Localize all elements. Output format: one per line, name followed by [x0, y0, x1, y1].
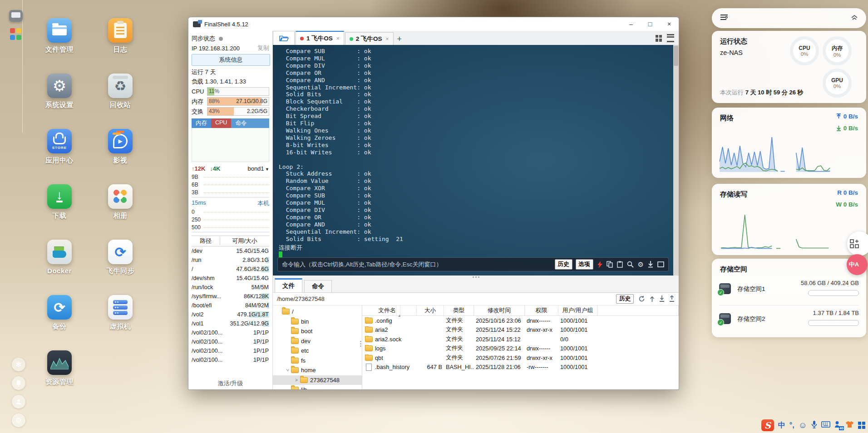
desktop-icon-settings[interactable]: ⚙ 系统设置: [35, 71, 84, 126]
desktop-icon-docker[interactable]: Docker: [35, 237, 84, 292]
session-tab-2[interactable]: 2 飞牛OS ×: [345, 32, 394, 45]
terminal-view[interactable]: Compare SUB : ok Compare MUL : ok Compar…: [273, 45, 679, 276]
tree-item-lib[interactable]: lib: [273, 385, 362, 389]
download-arrow-icon[interactable]: [648, 261, 653, 268]
widget-filter-icon[interactable]: [720, 14, 728, 22]
session-tab-1[interactable]: 1 飞牛OS ×: [296, 31, 344, 45]
open-connections-button[interactable]: [273, 31, 295, 45]
search-icon[interactable]: [627, 261, 634, 268]
desktop-icon-download[interactable]: ↓ 下载: [35, 182, 84, 237]
bolt-icon[interactable]: [597, 261, 602, 268]
history-button[interactable]: 历史: [555, 259, 572, 270]
disk-row[interactable]: /boot/efi84M/92M: [192, 301, 269, 310]
theme-icon[interactable]: ✻: [12, 358, 25, 371]
emoji-icon[interactable]: ☺: [799, 420, 807, 430]
tab-files[interactable]: 文件: [275, 278, 302, 292]
file-row[interactable]: .config 文件夹2025/10/16 23:06 drwx------10…: [362, 316, 679, 325]
widget-toggle-icon[interactable]: [9, 10, 23, 22]
tree-item-home[interactable]: >home: [273, 365, 362, 375]
panel-resize-handle[interactable]: [273, 276, 679, 279]
desktop-icon-logs[interactable]: 日志: [95, 15, 145, 71]
disk-row[interactable]: /vol2479.1G/1.8T: [192, 310, 269, 319]
user-badge-icon[interactable]: 40: [834, 421, 841, 430]
download-file-icon[interactable]: [659, 295, 665, 302]
ime-mode-text[interactable]: °,: [789, 421, 794, 429]
new-tab-button[interactable]: +: [397, 34, 402, 45]
desktop-icon-fnsync[interactable]: ⟳ 飞牛同步: [95, 237, 145, 292]
ime-mode-text[interactable]: 中: [778, 421, 785, 430]
skin-icon[interactable]: [845, 421, 854, 430]
disk-row[interactable]: /vol02/100...1P/1P: [192, 328, 269, 337]
tree-item-dev[interactable]: dev: [273, 336, 362, 346]
desktop-icon-recycle[interactable]: ♻ 回收站: [95, 71, 145, 126]
interface-select[interactable]: bond1: [247, 165, 269, 172]
view-tab-1[interactable]: CPU: [211, 118, 231, 128]
path-history-button[interactable]: 历史: [616, 294, 634, 304]
copy-icon[interactable]: [607, 261, 613, 268]
maximize-button[interactable]: □: [641, 17, 660, 31]
command-input-bar[interactable]: 命令输入（双击Ctrl切换,Alt历史,Tab路径/命令,Esc关闭窗口） 历史…: [277, 257, 669, 271]
system-info-button[interactable]: 系统信息: [192, 54, 270, 66]
refresh-icon[interactable]: [638, 295, 645, 302]
tree-item-/[interactable]: /: [273, 307, 362, 317]
file-row[interactable]: logs 文件夹2025/09/25 22:14 drwx------1000/…: [362, 344, 679, 354]
ping-host[interactable]: 本机: [257, 199, 269, 207]
desktop-icon-monitor[interactable]: 资源管理: [35, 348, 84, 403]
settings-gear-icon[interactable]: ⚙: [638, 261, 644, 269]
activate-upgrade-link[interactable]: 激活/升级: [188, 379, 272, 388]
terminal-scrollbar[interactable]: [673, 45, 679, 276]
ime-toolbox-icon[interactable]: [858, 422, 865, 429]
file-row[interactable]: qbt 文件夹2025/07/26 21:59 drwxr-xr-x1000/1…: [362, 353, 679, 363]
disk-row[interactable]: /dev15.4G/15.4G: [192, 246, 269, 256]
disk-row[interactable]: /run2.8G/3.1G: [192, 256, 269, 265]
add-widget-icon[interactable]: [847, 231, 868, 256]
keyboard-icon[interactable]: [821, 421, 830, 429]
tab-commands[interactable]: 命令: [304, 280, 332, 292]
disk-row[interactable]: /vol02/100...1P/1P: [192, 355, 269, 364]
notification-bell-icon[interactable]: [12, 376, 25, 390]
user-icon[interactable]: [12, 395, 25, 408]
copy-ip-link[interactable]: 复制: [257, 44, 269, 52]
desktop-icon-store[interactable]: STORE 应用中心: [35, 126, 84, 182]
disk-row[interactable]: /vol02/100...1P/1P: [192, 337, 269, 346]
volume-row-1[interactable]: 存储空间1 58.06 GB / 409.24 GB: [719, 280, 859, 303]
tab-close-icon[interactable]: ×: [386, 36, 389, 42]
window-mode-icon[interactable]: [657, 261, 664, 267]
tree-item-273627548[interactable]: >273627548: [273, 375, 362, 385]
view-tab-0[interactable]: 内存: [192, 118, 211, 128]
layout-grid-icon[interactable]: [656, 35, 662, 42]
view-tab-2[interactable]: 命令: [231, 118, 251, 128]
close-button[interactable]: ×: [660, 17, 679, 31]
tree-item-etc[interactable]: etc: [273, 346, 362, 356]
desktop-icon-files[interactable]: 文件管理: [35, 15, 84, 71]
paste-icon[interactable]: [617, 261, 623, 268]
tree-item-boot[interactable]: boot: [273, 326, 362, 336]
volume-row-2[interactable]: 存储空间2 1.37 TB / 1.84 TB: [719, 310, 859, 333]
disk-row[interactable]: /run/lock5M/5M: [192, 283, 269, 292]
disk-row[interactable]: /vol1351.2G/412.9G: [192, 319, 269, 328]
disk-row[interactable]: /47.6G/62.6G: [192, 265, 269, 274]
file-row[interactable]: aria2 文件夹2025/11/24 15:22 drwxr-xr-x1000…: [362, 325, 679, 335]
disk-row[interactable]: /dev/shm15.4G/15.4G: [192, 274, 269, 283]
collapse-chevron-icon[interactable]: [851, 14, 858, 22]
disk-row[interactable]: /vol02/100...1P/1P: [192, 346, 269, 355]
command-input[interactable]: 命令输入（双击Ctrl切换,Alt历史,Tab路径/命令,Esc关闭窗口）: [282, 261, 552, 269]
tree-splitter[interactable]: [360, 341, 361, 347]
desktop-icon-vm[interactable]: 虚拟机: [95, 292, 145, 348]
translate-icon[interactable]: 中A: [847, 254, 868, 275]
sogou-icon[interactable]: S: [761, 419, 774, 431]
titlebar[interactable]: FinalShell 4.5.12 – □ ×: [188, 17, 679, 31]
disk-row[interactable]: /sys/firmw...86K/128K: [192, 292, 269, 301]
desktop-icon-photos[interactable]: 相册: [95, 182, 145, 237]
up-directory-icon[interactable]: [650, 296, 655, 302]
upload-file-icon[interactable]: [669, 295, 675, 302]
tree-item-bin[interactable]: bin: [273, 317, 362, 327]
desktop-icon-media[interactable]: ▶ 影视: [95, 126, 145, 182]
file-table-header[interactable]: 文件名 大小 类型 修改时间 权限 用户/用户组: [362, 305, 679, 316]
tab-close-icon[interactable]: ×: [336, 35, 340, 42]
path-input[interactable]: /home/273627548: [277, 295, 616, 302]
desktop-icon-backup[interactable]: ⟳ 备份: [35, 292, 84, 348]
menu-icon[interactable]: [667, 34, 674, 42]
app-grid-icon[interactable]: [10, 28, 22, 40]
file-row[interactable]: aria2.sock 文件夹2025/11/24 15:12 0/0: [362, 335, 679, 344]
